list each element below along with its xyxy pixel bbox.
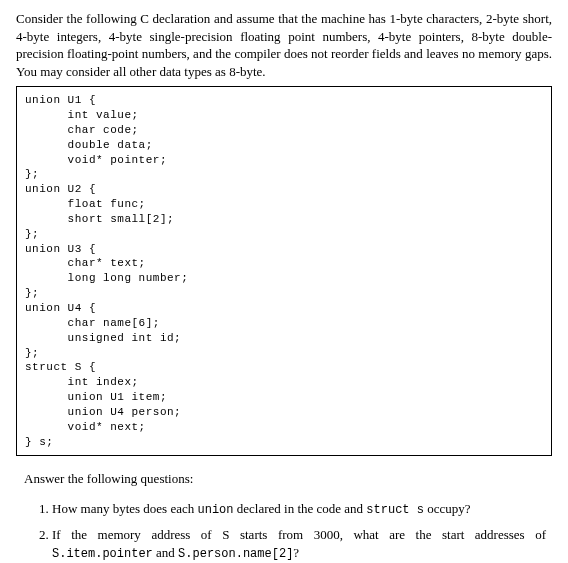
q2-text-end: ? [293,545,299,560]
q2-text-mid: and [153,545,178,560]
q1-code-union: union [198,503,234,517]
question-list: How many bytes does each union declared … [16,500,552,563]
question-2: If the memory address of S starts from 3… [52,526,552,562]
q1-text-b: declared in the code and [234,501,367,516]
q2-code-item: S.item.pointer [52,547,153,561]
q1-code-struct: struct s [366,503,424,517]
intro-paragraph: Consider the following C declaration and… [16,10,552,80]
answer-prompt: Answer the following questions: [16,470,552,488]
q1-text-a: How many bytes does each [52,501,198,516]
q2-code-person: S.person.name[2] [178,547,293,561]
question-1: How many bytes does each union declared … [52,500,552,518]
q1-text-c: occupy? [424,501,471,516]
code-block: union U1 { int value; char code; double … [16,86,552,456]
q2-text-a: If the memory address of S starts from 3… [52,527,546,542]
